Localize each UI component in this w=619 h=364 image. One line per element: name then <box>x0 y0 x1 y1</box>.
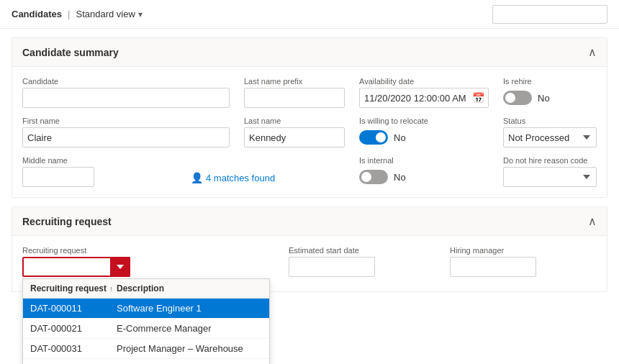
availability-date-input[interactable] <box>359 88 489 108</box>
recruiting-section-body: Recruiting request Recruit <box>12 236 607 291</box>
matches-found-link[interactable]: 👤 4 matches found <box>191 172 345 183</box>
dropdown-list-body: DAT-000011 Software Engineer 1 DAT-00002… <box>23 299 269 364</box>
availability-date-label: Availability date <box>359 77 489 86</box>
sort-icon: ↑ <box>109 285 113 293</box>
recruiting-section-header[interactable]: Recruiting request ∧ <box>12 207 607 236</box>
availability-date-wrapper: 📅 11/20/2020 12:00:00 AM <box>359 88 489 108</box>
is-rehire-toggle-wrapper: No <box>503 91 597 105</box>
chevron-down-icon: ▾ <box>138 9 143 19</box>
status-select[interactable]: Not Processed <box>503 127 597 147</box>
person-icon: 👤 <box>191 172 203 183</box>
middle-name-label: Middle name <box>22 156 176 165</box>
status-label: Status <box>503 117 597 125</box>
dropdown-item[interactable]: DAT-000041 E-Commerce Manager <box>23 359 269 364</box>
top-bar-right <box>492 5 607 24</box>
estimated-start-date-label: Estimated start date <box>289 246 435 255</box>
recruiting-section-collapse-icon: ∧ <box>588 214 597 228</box>
recruiting-request-field-group: Recruiting request Recruit <box>22 246 130 277</box>
dropdown-header-description: Description <box>117 283 262 294</box>
willing-relocate-group: Is willing to relocate No <box>359 117 489 145</box>
willing-relocate-toggle-thumb <box>376 132 386 142</box>
do-not-hire-select[interactable] <box>503 167 597 187</box>
top-bar-search-input[interactable] <box>492 5 607 24</box>
hiring-manager-input[interactable] <box>450 257 536 277</box>
candidate-label: Candidate <box>22 77 230 86</box>
is-internal-value: No <box>394 172 406 183</box>
is-internal-toggle-wrapper: No <box>359 170 489 184</box>
main-content: Candidate summary ∧ Candidate Last name … <box>0 29 619 364</box>
first-name-input[interactable] <box>22 127 230 147</box>
matches-group: 👤 4 matches found <box>191 156 345 183</box>
dropdown-item[interactable]: DAT-000021 E-Commerce Manager <box>23 319 269 339</box>
first-name-group: First name <box>22 117 230 147</box>
status-group: Status Not Processed <box>503 117 597 147</box>
willing-relocate-label: Is willing to relocate <box>359 117 489 125</box>
is-rehire-toggle-thumb <box>505 93 515 103</box>
recruiting-request-label: Recruiting request <box>22 246 130 255</box>
estimated-start-date-input[interactable] <box>289 257 375 277</box>
last-name-group: Last name <box>244 117 345 147</box>
recruiting-request-dropdown-list: Recruiting request ↑ Description DAT-000… <box>22 278 270 364</box>
recruiting-section-title: Recruiting request <box>22 216 112 227</box>
recruiting-request-dropdown-wrapper <box>22 257 130 277</box>
candidate-field-group: Candidate <box>22 77 230 108</box>
is-internal-group: Is internal No <box>359 156 489 184</box>
last-name-prefix-group: Last name prefix <box>244 77 345 108</box>
dropdown-item-description: Project Manager – Warehouse <box>117 343 262 354</box>
is-internal-toggle-thumb <box>361 172 371 182</box>
is-internal-label: Is internal <box>359 156 489 165</box>
candidate-row2: First name Last name Is willing to reloc… <box>22 117 597 147</box>
candidate-summary-header[interactable]: Candidate summary ∧ <box>12 38 607 67</box>
candidate-summary-body: Candidate Last name prefix Availability … <box>12 67 607 197</box>
do-not-hire-label: Do not hire reason code <box>503 156 597 165</box>
candidate-summary-title: Candidate summary <box>22 47 119 58</box>
is-rehire-group: Is rehire No <box>503 77 597 105</box>
top-bar-separator: | <box>68 9 70 19</box>
last-name-input[interactable] <box>244 127 345 147</box>
recruiting-request-section: Recruiting request ∧ Recruiting request <box>12 206 607 292</box>
dropdown-item[interactable]: DAT-000031 Project Manager – Warehouse <box>23 339 269 359</box>
last-name-prefix-input[interactable] <box>244 88 345 108</box>
top-bar-view[interactable]: Standard view ▾ <box>76 9 142 19</box>
last-name-prefix-label: Last name prefix <box>244 77 345 86</box>
is-rehire-label: Is rehire <box>503 77 597 86</box>
willing-relocate-toggle[interactable] <box>359 130 388 145</box>
candidate-row1: Candidate Last name prefix Availability … <box>22 77 597 108</box>
do-not-hire-group: Do not hire reason code <box>503 156 597 187</box>
dropdown-item-description: Software Engineer 1 <box>117 303 262 314</box>
dropdown-item-description: E-Commerce Manager <box>117 323 262 334</box>
dropdown-item-request: DAT-000031 <box>30 343 117 354</box>
recruiting-fields-row: Recruiting request Recruit <box>22 246 597 277</box>
middle-name-group: Middle name <box>22 156 176 187</box>
is-rehire-value: No <box>538 93 550 104</box>
top-bar: Candidates | Standard view ▾ <box>0 0 619 29</box>
candidate-input[interactable] <box>22 88 230 108</box>
dropdown-item-request: DAT-000021 <box>30 323 117 334</box>
is-rehire-toggle[interactable] <box>503 91 532 105</box>
first-name-label: First name <box>22 117 230 125</box>
last-name-label: Last name <box>244 117 345 125</box>
dropdown-item[interactable]: DAT-000011 Software Engineer 1 <box>23 299 269 319</box>
middle-name-input[interactable] <box>22 167 94 187</box>
hiring-manager-label: Hiring manager <box>450 246 597 255</box>
dropdown-chevron-icon <box>117 265 124 269</box>
hiring-manager-group: Hiring manager <box>450 246 597 277</box>
dropdown-header-request[interactable]: Recruiting request ↑ <box>30 283 117 294</box>
candidate-row3: Middle name 👤 4 matches found Is interna… <box>22 156 597 187</box>
recruiting-request-dropdown-btn[interactable] <box>110 257 130 277</box>
candidate-summary-collapse-icon: ∧ <box>588 45 597 59</box>
candidate-summary-section: Candidate summary ∧ Candidate Last name … <box>12 37 607 198</box>
top-bar-title: Candidates <box>12 9 62 19</box>
availability-date-group: Availability date 📅 11/20/2020 12:00:00 … <box>359 77 489 108</box>
estimated-start-date-group: Estimated start date <box>289 246 435 277</box>
willing-relocate-value: No <box>394 132 406 143</box>
matches-found-text: 4 matches found <box>206 173 275 183</box>
dropdown-list-header: Recruiting request ↑ Description <box>23 279 269 299</box>
dropdown-item-request: DAT-000011 <box>30 303 117 314</box>
is-internal-toggle[interactable] <box>359 170 388 184</box>
willing-relocate-toggle-wrapper: No <box>359 130 489 145</box>
